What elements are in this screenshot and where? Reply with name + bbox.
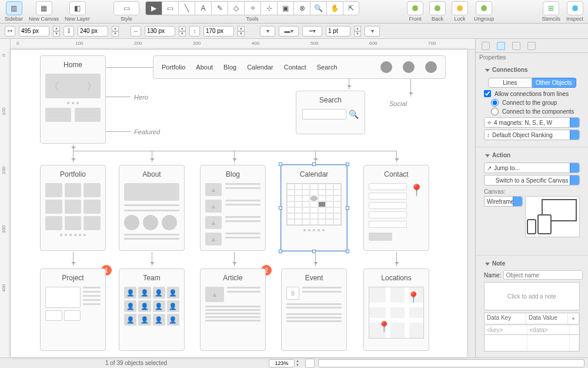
x-field[interactable] — [19, 26, 49, 37]
tab-properties-icon[interactable] — [497, 42, 505, 50]
tool-text[interactable]: A — [195, 1, 211, 15]
ungroup-group: Ungroup — [474, 1, 495, 22]
w-field[interactable] — [145, 26, 175, 37]
nav-about: About — [196, 64, 213, 71]
page-contact[interactable]: Contact 📍 — [363, 165, 429, 251]
connect-components-radio[interactable]: Connect to the components — [491, 108, 583, 115]
seg-lines[interactable]: Lines — [488, 78, 533, 88]
preview-mode-icon[interactable] — [484, 240, 495, 248]
connections-section: Connections Lines Other Objects Allow co… — [476, 62, 588, 147]
canvas[interactable]: Home 〈 〉 Portfolio About Blo — [11, 49, 467, 357]
h-stepper[interactable]: ▲▼ — [238, 26, 245, 37]
origin-y-icon[interactable]: ↧ — [64, 26, 74, 37]
front-button[interactable] — [407, 1, 423, 15]
tool-hand[interactable]: ✋ — [326, 1, 343, 15]
connection-type-segment: Lines Other Objects — [488, 78, 576, 88]
status-bar: 1 of 39 objects selected ▲▼ — [0, 357, 588, 368]
page-article[interactable]: Article ▲ — [200, 268, 266, 351]
x-stepper[interactable]: ▲▼ — [53, 26, 60, 37]
ungroup-button[interactable] — [476, 1, 492, 15]
width-icon[interactable]: ↔ — [131, 26, 141, 37]
tab-canvas-icon[interactable] — [512, 42, 520, 50]
note-textarea[interactable]: Click to add a note — [484, 282, 580, 310]
jump-dropdown[interactable]: ↗Jump to... — [484, 163, 580, 173]
tool-diamond[interactable]: ◇ — [228, 1, 244, 15]
switch-canvas-dropdown[interactable]: Switch to a Specific Canvas — [484, 175, 580, 185]
tool-point[interactable]: ⊹ — [260, 1, 277, 15]
page-event[interactable]: Event 8 — [281, 268, 347, 351]
search-card[interactable]: Search 🔍 — [296, 91, 365, 134]
ranking-dropdown[interactable]: ↕Default Object Ranking — [484, 130, 580, 140]
front-group: Front — [407, 1, 423, 22]
metadata-header: Data Key Data Value ＋ — [484, 313, 580, 324]
inspector-tabs — [476, 39, 588, 53]
height-icon[interactable]: ↕ — [189, 26, 200, 37]
inspect-button[interactable] — [567, 1, 583, 15]
style-swatch[interactable] — [305, 359, 315, 368]
tool-crop[interactable]: ✧ — [244, 1, 260, 15]
canvas-picker[interactable]: Wireframe — [484, 196, 523, 207]
new-layer-button[interactable]: ◧ — [69, 1, 86, 15]
sidebar-toggle[interactable]: ▥ — [6, 1, 22, 15]
y-stepper[interactable]: ▲▼ — [112, 26, 119, 37]
zoom-field[interactable] — [269, 359, 295, 367]
metadata-row[interactable]: <key> <data> — [484, 326, 580, 335]
tool-zoom[interactable]: 🔍 — [310, 1, 326, 15]
pin-icon: 📍 — [409, 183, 424, 228]
origin-x-icon[interactable]: ↦ — [5, 26, 15, 37]
shadow-swatch[interactable]: ▾ — [365, 26, 380, 37]
tool-magnet[interactable]: ⊗ — [293, 1, 310, 15]
allow-connections-checkbox[interactable]: Allow connections from lines — [484, 90, 583, 97]
tool-shape[interactable]: ▭ — [162, 1, 178, 15]
magnets-dropdown[interactable]: ✧4 magnets: N, S, E, W — [484, 117, 580, 128]
sidebar-label: Sidebar — [5, 16, 23, 22]
tools-label: Tools — [246, 16, 259, 22]
tool-select[interactable]: ▶ — [145, 1, 162, 15]
stencils-button[interactable]: ⊞ — [543, 1, 559, 15]
add-metadata-button[interactable]: ＋ — [568, 313, 579, 324]
page-team[interactable]: Team 👤👤👤👤 👤👤👤👤 👤👤👤👤 — [119, 268, 185, 351]
page-portfolio[interactable]: Portfolio — [40, 165, 106, 251]
page-locations[interactable]: Locations 📍 📍 — [363, 268, 429, 351]
tab-object-icon[interactable] — [482, 42, 490, 50]
selection-outline — [280, 164, 348, 251]
stencils-group: ⊞ Stencils — [542, 1, 560, 22]
tool-stamp[interactable]: ▣ — [277, 1, 293, 15]
social-icon — [425, 61, 437, 73]
nav-bar[interactable]: Portfolio About Blog Calendar Contact Se… — [153, 55, 446, 79]
tools-group: ▶ ▭ ╲ A ✎ ◇ ✧ ⊹ ▣ ⊗ 🔍 ✋ ⇱ Tools — [145, 1, 359, 22]
main-toolbar: ▥ Sidebar ▦ New Canvas ◧ New Layer ▭ Sty… — [0, 0, 588, 24]
back-button[interactable] — [429, 1, 446, 15]
h-field[interactable] — [203, 26, 234, 37]
page-project[interactable]: Project — [40, 268, 106, 351]
zoom-stepper[interactable]: ▲▼ — [295, 359, 300, 367]
seg-other[interactable]: Other Objects — [532, 78, 576, 88]
object-name-field[interactable] — [503, 270, 583, 280]
metadata-row-empty — [484, 335, 580, 352]
style-name-field[interactable] — [318, 359, 584, 367]
style-picker[interactable]: ▭ — [113, 1, 139, 15]
w-stepper[interactable]: ▲▼ — [179, 26, 186, 37]
style-group: ▭ Style — [113, 1, 139, 22]
geometry-bar: ↦ ▲▼ ↧ ▲▼ ↔ ▲▼ ↕ ▲▼ ▾ ▬▾ ━▾ ▲▼ ▾ — [0, 24, 588, 39]
page-about[interactable]: About — [119, 165, 185, 251]
workspace: 0 100 200 300 400 0 100 200 300 400 500 … — [0, 39, 588, 357]
back-group: Back — [429, 1, 446, 22]
lock-button[interactable] — [452, 1, 468, 15]
tool-browse[interactable]: ⇱ — [343, 1, 359, 15]
stroke-weight-stepper[interactable]: ▲▼ — [354, 26, 361, 37]
y-field[interactable] — [78, 26, 108, 37]
stroke-weight-field[interactable] — [326, 26, 350, 37]
page-home[interactable]: Home 〈 〉 — [40, 55, 106, 144]
lock-group: Lock — [452, 1, 468, 22]
connect-group-radio[interactable]: Connect to the group — [491, 99, 583, 107]
event-date: 8 — [286, 287, 299, 300]
fill-swatch[interactable]: ▾ — [260, 26, 275, 37]
tool-pen[interactable]: ✎ — [211, 1, 228, 15]
new-canvas-button[interactable]: ▦ — [36, 1, 52, 15]
stroke-style[interactable]: ━▾ — [302, 26, 322, 37]
page-blog[interactable]: Blog ▲ ▲ ▲ ▲ — [200, 165, 266, 251]
stroke-swatch[interactable]: ▬▾ — [279, 26, 299, 37]
tab-document-icon[interactable] — [527, 42, 536, 50]
tool-line[interactable]: ╲ — [178, 1, 195, 15]
